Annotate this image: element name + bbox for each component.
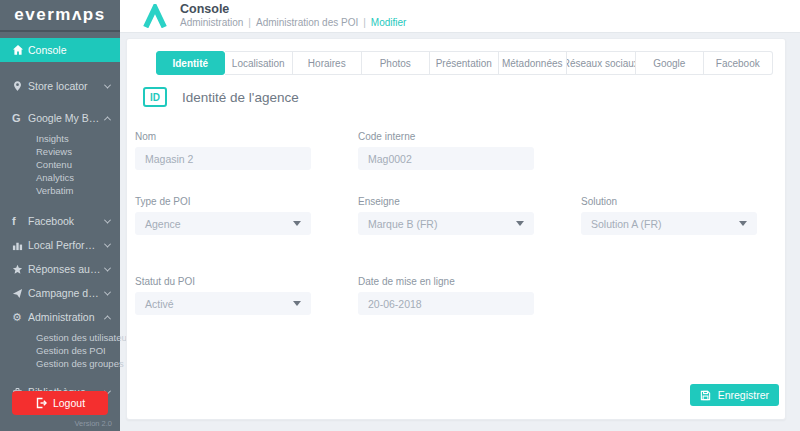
- sidebar: evermʌps Console Store locator G Google …: [0, 0, 120, 431]
- tab-reseaux-sociaux[interactable]: Réseaux sociaux: [567, 51, 636, 75]
- field-solution: Solution Solution A (FR): [581, 196, 757, 235]
- chevron-down-icon: [104, 81, 111, 88]
- brand-logo-text: evermʌps: [14, 5, 105, 25]
- field-label: Enseigne: [358, 196, 534, 207]
- chevron-down-icon: [104, 216, 111, 223]
- field-enseigne: Enseigne Marque B (FR): [358, 196, 534, 235]
- poi-edit-card: Identité Localisation Horaires Photos Pr…: [126, 38, 786, 420]
- sidebar-item-reponses-aux-avis[interactable]: Réponses aux avis: [0, 257, 120, 281]
- sidebar-subitem-gestion-des-utilisateurs[interactable]: Gestion des utilisateurs: [0, 331, 120, 344]
- sidebar-subitem-gestion-des-groupes[interactable]: Gestion des groupes: [0, 357, 120, 370]
- field-type-de-poi: Type de POI Agence: [135, 196, 311, 235]
- bar-chart-icon: [12, 240, 28, 251]
- sidebar-subitem-gestion-des-poi[interactable]: Gestion des POI: [0, 344, 120, 357]
- sidebar-nav: Console Store locator G Google My Busine…: [0, 38, 120, 404]
- field-code-interne: Code interne: [358, 131, 534, 170]
- statut-du-poi-select[interactable]: Activé: [135, 292, 311, 315]
- form-row: Nom Code interne: [135, 131, 779, 170]
- save-label: Enregistrer: [718, 389, 769, 401]
- dropdown-arrow-icon: [739, 221, 747, 226]
- tab-identite[interactable]: Identité: [156, 51, 225, 75]
- brand-logo: evermʌps: [0, 0, 120, 32]
- tab-facebook[interactable]: Facebook: [704, 51, 773, 75]
- code-interne-input[interactable]: [358, 147, 534, 170]
- field-label: Date de mise en ligne: [358, 276, 534, 287]
- section-header: ID Identité de l'agence: [143, 87, 299, 107]
- evermaps-caret-logo: [142, 4, 168, 28]
- map-pin-icon: [12, 80, 28, 92]
- chevron-down-icon: [104, 240, 111, 247]
- field-statut-du-poi: Statut du POI Activé: [135, 276, 311, 315]
- sidebar-item-administration[interactable]: ⚙ Administration: [0, 305, 120, 329]
- field-label: Nom: [135, 131, 311, 142]
- sidebar-item-store-locator[interactable]: Store locator: [0, 74, 120, 98]
- facebook-icon: f: [12, 215, 28, 227]
- section-title: Identité de l'agence: [182, 90, 299, 105]
- chevron-up-icon: [104, 315, 111, 322]
- header: Console Administration|Administration de…: [120, 0, 800, 33]
- form-row: Type de POI Agence Enseigne Marque B (FR…: [135, 196, 779, 235]
- sidebar-subitem-verbatim[interactable]: Verbatim: [0, 184, 120, 197]
- breadcrumb: Administration|Administration des POI|Mo…: [180, 16, 406, 29]
- header-text: Console Administration|Administration de…: [180, 3, 406, 29]
- paper-plane-icon: [12, 288, 28, 299]
- sidebar-item-campagne-de-diffusion[interactable]: Campagne de diffusion: [0, 281, 120, 305]
- gear-icon: ⚙: [12, 311, 28, 324]
- breadcrumb-administration-des-poi[interactable]: Administration des POI: [256, 17, 358, 28]
- breadcrumb-separator: |: [248, 17, 251, 28]
- logout-label: Logout: [53, 397, 85, 409]
- field-label: Solution: [581, 196, 757, 207]
- administration-submenu: Gestion des utilisateurs Gestion des POI…: [0, 329, 120, 374]
- logout-icon: [35, 397, 47, 409]
- sidebar-item-facebook[interactable]: f Facebook: [0, 209, 120, 233]
- tab-horaires[interactable]: Horaires: [293, 51, 362, 75]
- chevron-up-icon: [104, 116, 111, 123]
- form-row: Statut du POI Activé Date de mise en lig…: [135, 276, 779, 315]
- field-date-de-mise-en-ligne: Date de mise en ligne: [358, 276, 534, 315]
- version-label: Version 2.0: [74, 419, 112, 428]
- dropdown-arrow-icon: [293, 301, 301, 306]
- breadcrumb-separator: |: [363, 17, 366, 28]
- chevron-down-icon: [104, 264, 111, 271]
- chevron-down-icon: [104, 288, 111, 295]
- sidebar-subitem-insights[interactable]: Insights: [0, 132, 120, 145]
- home-icon: [12, 44, 28, 56]
- save-button[interactable]: Enregistrer: [690, 384, 779, 406]
- sidebar-subitem-analytics[interactable]: Analytics: [0, 171, 120, 184]
- breadcrumb-administration[interactable]: Administration: [180, 17, 243, 28]
- enseigne-select[interactable]: Marque B (FR): [358, 212, 534, 235]
- gmb-submenu: Insights Reviews Contenu Analytics Verba…: [0, 130, 120, 201]
- main-content: Identité Localisation Horaires Photos Pr…: [120, 33, 800, 431]
- google-icon: G: [12, 112, 28, 124]
- breadcrumb-modifier[interactable]: Modifier: [371, 17, 407, 28]
- date-de-mise-en-ligne-input[interactable]: [358, 292, 534, 315]
- identity-form: Nom Code interne Type de POI Agence: [135, 131, 779, 315]
- tab-metadonnees[interactable]: Métadonnées: [499, 51, 568, 75]
- sidebar-subitem-reviews[interactable]: Reviews: [0, 145, 120, 158]
- tab-photos[interactable]: Photos: [362, 51, 431, 75]
- star-icon: [12, 264, 28, 275]
- nom-input[interactable]: [135, 147, 311, 170]
- dropdown-arrow-icon: [293, 221, 301, 226]
- tab-localisation[interactable]: Localisation: [225, 51, 294, 75]
- type-de-poi-select[interactable]: Agence: [135, 212, 311, 235]
- sidebar-subitem-contenu[interactable]: Contenu: [0, 158, 120, 171]
- page-title: Console: [180, 3, 406, 16]
- tab-presentation[interactable]: Présentation: [430, 51, 499, 75]
- field-label: Type de POI: [135, 196, 311, 207]
- logout-button[interactable]: Logout: [12, 391, 108, 415]
- id-badge-icon: ID: [143, 87, 167, 107]
- solution-select[interactable]: Solution A (FR): [581, 212, 757, 235]
- sidebar-item-console[interactable]: Console: [0, 38, 120, 62]
- field-label: Code interne: [358, 131, 534, 142]
- sidebar-item-local-performance[interactable]: Local Performance: [0, 233, 120, 257]
- sidebar-item-google-my-business[interactable]: G Google My Business: [0, 106, 120, 130]
- field-label: Statut du POI: [135, 276, 311, 287]
- save-icon: [700, 390, 711, 401]
- field-nom: Nom: [135, 131, 311, 170]
- dropdown-arrow-icon: [516, 221, 524, 226]
- tab-google[interactable]: Google: [636, 51, 705, 75]
- tab-bar: Identité Localisation Horaires Photos Pr…: [156, 51, 773, 75]
